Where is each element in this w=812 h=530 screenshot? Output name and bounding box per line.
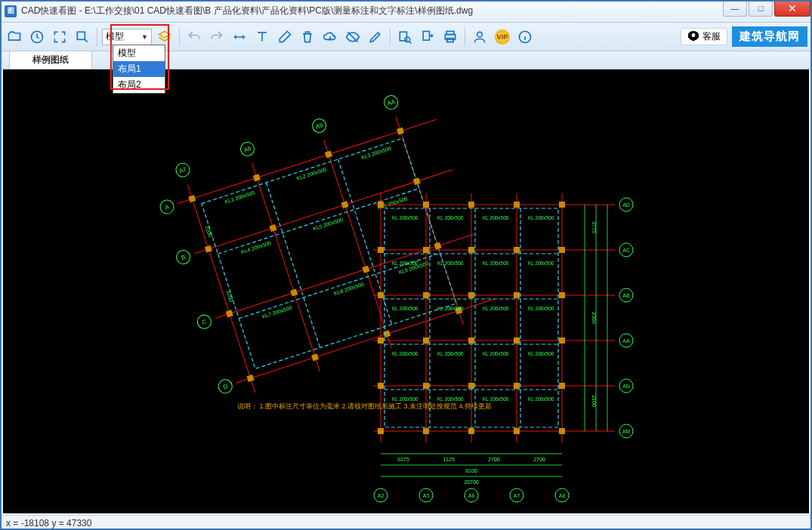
svg-line-19	[218, 189, 418, 254]
svg-rect-86	[423, 202, 429, 208]
info-icon[interactable]	[515, 27, 535, 47]
layout-combo-value: 模型	[106, 30, 124, 43]
separator	[390, 28, 391, 46]
redo-icon[interactable]	[207, 27, 227, 47]
open-file-icon[interactable]	[5, 27, 24, 47]
svg-text:KL 200x500: KL 200x500	[437, 260, 464, 266]
svg-text:2700: 2700	[488, 457, 500, 462]
fullscreen-icon[interactable]	[50, 27, 69, 47]
svg-text:KL3 200x500: KL3 200x500	[360, 146, 392, 160]
svg-text:A: A	[164, 203, 170, 211]
svg-rect-30	[413, 177, 421, 185]
export-icon[interactable]	[418, 27, 437, 47]
svg-rect-101	[423, 337, 429, 344]
svg-rect-92	[468, 247, 474, 253]
svg-rect-23	[188, 195, 196, 202]
window-title: CAD快速看图 - E:\工作交接\01 CAD快速看图\B 产品化资料\产品化…	[21, 5, 723, 17]
svg-text:AM: AM	[622, 429, 631, 434]
delete-icon[interactable]	[298, 27, 317, 47]
separator	[465, 28, 465, 46]
svg-text:KL 200x500: KL 200x500	[528, 215, 554, 220]
svg-text:KL7 200x500: KL7 200x500	[261, 305, 293, 319]
svg-rect-88	[514, 202, 520, 208]
svg-rect-35	[246, 374, 254, 382]
svg-rect-94	[559, 247, 565, 253]
svg-text:KL4 200x500: KL4 200x500	[240, 240, 272, 254]
cloud-download-icon[interactable]	[320, 27, 340, 47]
print-icon[interactable]	[440, 27, 460, 47]
svg-text:A8: A8	[243, 145, 253, 154]
customer-service-button[interactable]: 客服	[681, 28, 727, 45]
svg-rect-108	[514, 383, 520, 389]
svg-rect-99	[559, 292, 565, 298]
svg-text:KL 200x500: KL 200x500	[528, 260, 554, 266]
svg-text:2100: 2100	[591, 395, 597, 407]
dropdown-option-model[interactable]: 模型	[113, 45, 165, 61]
vip-icon[interactable]: VIP	[492, 27, 512, 47]
zoom-window-icon[interactable]	[73, 27, 92, 47]
svg-rect-90	[378, 247, 384, 253]
svg-text:KL 200x500: KL 200x500	[528, 306, 554, 311]
svg-text:KL 200x500: KL 200x500	[392, 215, 418, 220]
svg-rect-89	[559, 202, 565, 208]
qq-icon	[687, 31, 699, 43]
svg-rect-97	[468, 292, 474, 298]
svg-text:3200: 3200	[225, 289, 234, 302]
measure-icon[interactable]	[230, 27, 249, 47]
svg-line-15	[252, 163, 320, 371]
recent-icon[interactable]	[27, 27, 47, 47]
svg-text:2700: 2700	[533, 457, 545, 462]
svg-point-3	[405, 37, 410, 42]
tab-drawing[interactable]: 样例图纸	[9, 51, 92, 69]
svg-text:KL 200x500: KL 200x500	[392, 351, 418, 356]
svg-text:KL 200x500: KL 200x500	[483, 215, 509, 220]
text-icon[interactable]	[252, 27, 272, 47]
svg-text:KL 200x500: KL 200x500	[528, 396, 554, 402]
svg-text:A2: A2	[378, 493, 384, 498]
close-button[interactable]: ✕	[774, 0, 810, 17]
layers-icon[interactable]	[155, 27, 174, 47]
svg-text:6375: 6375	[397, 457, 409, 462]
customer-service-label: 客服	[702, 30, 721, 43]
svg-rect-114	[559, 428, 565, 434]
svg-text:KL 200x500: KL 200x500	[483, 260, 509, 266]
svg-text:KL1 200x500: KL1 200x500	[224, 190, 256, 204]
svg-text:AD: AD	[622, 202, 630, 208]
titlebar: 图 CAD快速看图 - E:\工作交接\01 CAD快速看图\B 产品化资料\产…	[0, 0, 812, 23]
svg-rect-87	[468, 202, 474, 208]
navsite-button[interactable]: 建筑导航网	[732, 26, 807, 47]
svg-line-14	[187, 184, 255, 393]
svg-rect-26	[397, 128, 404, 135]
svg-line-16	[324, 140, 392, 348]
user-icon[interactable]	[470, 27, 489, 47]
svg-line-11	[194, 170, 452, 254]
chevron-down-icon: ▼	[141, 33, 148, 41]
svg-text:KL 200x500: KL 200x500	[483, 396, 509, 402]
svg-rect-93	[514, 247, 520, 253]
svg-text:KL8 200x500: KL8 200x500	[333, 282, 365, 296]
eraser-icon[interactable]	[275, 27, 295, 47]
maximize-button[interactable]: □	[749, 0, 773, 17]
dropdown-option-layout2[interactable]: 布局2	[113, 77, 165, 93]
layout-combobox[interactable]: 模型 ▼	[102, 29, 152, 45]
cursor-coordinates: x = -18108 y = 47330	[6, 518, 91, 528]
svg-text:KL 200x500: KL 200x500	[483, 306, 509, 311]
svg-text:20700: 20700	[464, 479, 479, 485]
svg-text:KL 200x500: KL 200x500	[437, 351, 464, 356]
edit-icon[interactable]	[366, 27, 385, 47]
svg-text:A8: A8	[559, 493, 566, 498]
minimize-button[interactable]: —	[723, 0, 747, 17]
svg-rect-85	[378, 202, 384, 208]
drawing-canvas[interactable]: KL1 200x500KL2 200x500KL3 200x500 KL4 20…	[3, 69, 809, 513]
svg-text:AA: AA	[386, 98, 397, 107]
undo-icon[interactable]	[184, 27, 204, 47]
svg-rect-34	[434, 242, 441, 250]
svg-rect-105	[378, 383, 384, 389]
svg-rect-102	[468, 337, 474, 344]
find-icon[interactable]	[395, 27, 415, 47]
svg-text:3775: 3775	[591, 221, 597, 233]
dropdown-option-layout1[interactable]: 布局1	[113, 61, 165, 77]
svg-text:B: B	[181, 254, 187, 261]
hide-icon[interactable]	[343, 27, 363, 47]
drawing-note: 说明： 1.图中标注尺寸单位为毫米 2.请核对图纸后施工 3.未注明处按规范 4…	[237, 402, 492, 410]
